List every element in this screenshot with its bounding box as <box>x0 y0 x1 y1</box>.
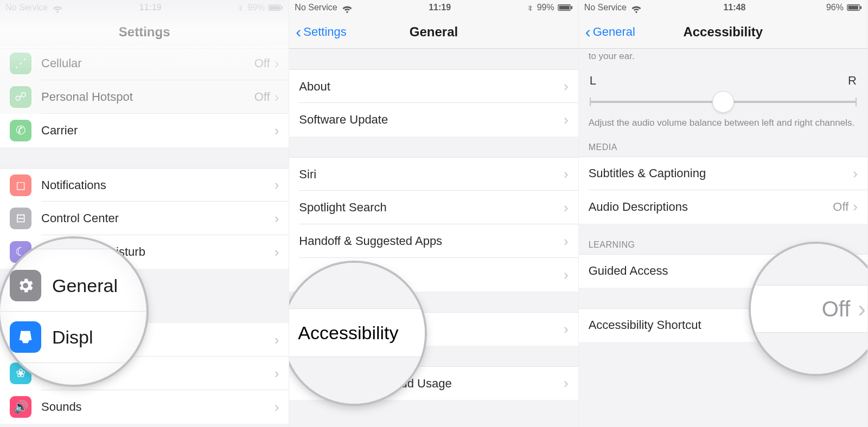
status-time: 11:48 <box>723 3 745 12</box>
nav-bar: ‹ Settings General <box>289 15 578 49</box>
chevron-right-icon: › <box>275 365 279 382</box>
mag-row-guided-off: Off › <box>751 285 868 333</box>
gear-icon <box>10 270 41 301</box>
row-value: Off <box>833 200 848 214</box>
row-sounds[interactable]: 🔊 Sounds › <box>0 390 289 424</box>
row-control-center[interactable]: ⊟ Control Center › <box>0 202 289 235</box>
nav-back-button[interactable]: ‹ General <box>585 24 635 40</box>
row-label: Siri <box>299 167 564 182</box>
battery-text: 99% <box>247 3 265 12</box>
battery-text: 96% <box>826 3 844 12</box>
chevron-right-icon: › <box>275 332 279 348</box>
control-center-icon: ⊟ <box>10 208 31 229</box>
row-notifications[interactable]: ◻ Notifications › <box>0 168 289 202</box>
wifi-icon <box>630 1 643 14</box>
chevron-right-icon: › <box>275 210 279 227</box>
audio-balance-slider[interactable]: L R <box>579 64 867 112</box>
chevron-right-icon: › <box>564 233 569 250</box>
status-time: 11:19 <box>429 3 451 12</box>
row-handoff[interactable]: Handoff & Suggested Apps › <box>289 224 578 258</box>
row-subtitles-captioning[interactable]: Subtitles & Captioning › <box>579 157 867 190</box>
mag-row-accessibility: Accessibility <box>289 308 425 357</box>
battery-icon <box>268 4 283 11</box>
slider-thumb[interactable] <box>712 91 734 113</box>
chevron-left-icon: ‹ <box>296 24 301 40</box>
svg-rect-2 <box>282 6 283 9</box>
mag-label: Displ <box>52 327 93 348</box>
wifi-icon <box>51 1 64 14</box>
chevron-right-icon: › <box>853 165 858 182</box>
magnifier-general: General Displ <box>0 238 146 385</box>
nav-back-label: General <box>593 25 635 39</box>
mag-label: Accessibility <box>298 322 398 344</box>
nav-bar: ‹ General Accessibility <box>579 15 867 49</box>
sounds-icon: 🔊 <box>10 396 31 418</box>
mag-row-general: General <box>0 260 146 312</box>
row-label: Personal Hotspot <box>41 90 254 104</box>
svg-rect-1 <box>270 6 280 10</box>
screen-general: No Service 11:19 99% ‹ Settings General … <box>289 0 578 427</box>
screen-accessibility: No Service 11:48 96% ‹ General Accessibi… <box>579 0 868 427</box>
row-label: Sounds <box>41 400 275 414</box>
chevron-right-icon: › <box>275 89 279 106</box>
battery-text: 99% <box>537 3 554 12</box>
row-value: Off <box>254 90 270 104</box>
chevron-right-icon: › <box>275 122 279 139</box>
row-label: Audio Descriptions <box>589 200 833 214</box>
row-label: Notifications <box>41 178 275 192</box>
row-label: Carrier <box>41 124 275 138</box>
carrier-text: No Service <box>5 3 48 12</box>
row-label: Spotlight Search <box>299 200 564 215</box>
row-label: Subtitles & Captioning <box>589 166 853 180</box>
bluetooth-icon <box>526 3 534 12</box>
row-software-update[interactable]: Software Update › <box>289 103 578 137</box>
chevron-right-icon: › <box>275 244 279 261</box>
status-bar: No Service 11:48 96% <box>579 0 867 15</box>
media-header: MEDIA <box>579 133 867 157</box>
balance-left-label: L <box>590 74 596 88</box>
battery-icon <box>558 4 573 11</box>
mag-value: Off <box>822 297 851 321</box>
chevron-right-icon: › <box>564 112 569 128</box>
row-siri[interactable]: Siri › <box>289 157 578 191</box>
chevron-right-icon: › <box>853 198 858 215</box>
phone-icon: ✆ <box>10 120 31 141</box>
wifi-icon <box>341 1 354 14</box>
row-label: Handoff & Suggested Apps <box>299 234 564 248</box>
svg-rect-7 <box>848 6 858 10</box>
balance-right-label: R <box>848 74 857 88</box>
chevron-right-icon: › <box>275 55 279 72</box>
chevron-right-icon: › <box>275 399 279 416</box>
row-about[interactable]: About › <box>289 69 578 103</box>
chevron-right-icon: › <box>564 166 569 183</box>
chevron-right-icon: › <box>564 199 569 216</box>
nav-title: Settings <box>119 24 170 40</box>
nav-bar: Settings <box>0 15 289 49</box>
hotspot-icon: ☍ <box>10 86 31 108</box>
row-cellular[interactable]: ⋰ Cellular Off › <box>0 47 289 80</box>
row-spotlight-search[interactable]: Spotlight Search › <box>289 191 578 224</box>
slider-track[interactable] <box>590 101 857 103</box>
bluetooth-icon <box>237 3 244 12</box>
nav-title: General <box>410 24 458 40</box>
chevron-right-icon: › <box>564 78 569 95</box>
mag-label: General <box>52 275 118 296</box>
status-bar: No Service 11:19 99% <box>0 0 289 15</box>
row-value: Off <box>254 56 270 70</box>
screen-settings: No Service 11:19 99% Settings ⋰ Cellular… <box>0 0 289 427</box>
row-carrier[interactable]: ✆ Carrier › <box>0 114 289 147</box>
nav-back-button[interactable]: ‹ Settings <box>296 24 347 40</box>
row-personal-hotspot[interactable]: ☍ Personal Hotspot Off › <box>0 80 289 114</box>
notifications-icon: ◻ <box>10 174 31 196</box>
carrier-text: No Service <box>295 3 337 12</box>
cellular-icon: ⋰ <box>10 53 31 74</box>
chevron-left-icon: ‹ <box>585 24 591 40</box>
svg-rect-4 <box>559 6 569 10</box>
nav-title: Accessibility <box>683 24 763 40</box>
chevron-right-icon: › <box>564 321 569 338</box>
svg-rect-8 <box>860 6 861 9</box>
row-audio-descriptions[interactable]: Audio Descriptions Off › <box>579 190 867 224</box>
status-time: 11:19 <box>139 3 162 12</box>
carrier-text: No Service <box>584 3 627 12</box>
battery-icon <box>847 4 862 11</box>
